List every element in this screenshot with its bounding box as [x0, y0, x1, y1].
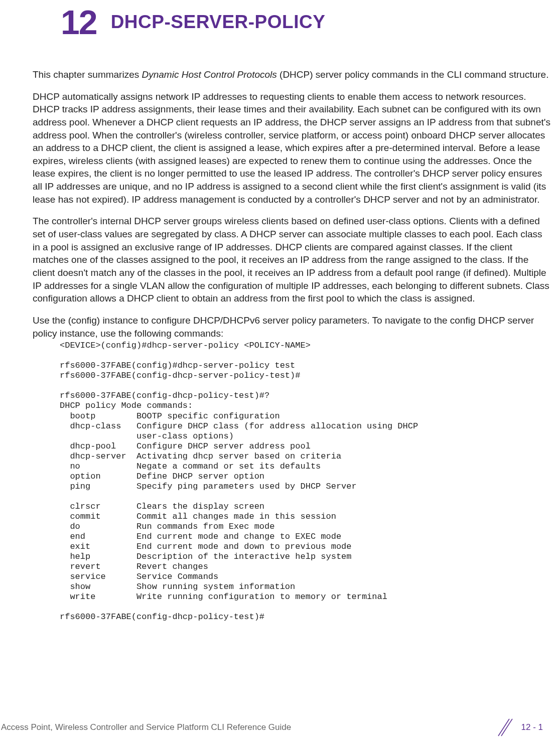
paragraph-2: DHCP automatically assigns network IP ad… — [33, 90, 551, 206]
footer-page-number-group: 12 - 1 — [493, 717, 543, 738]
footer-doc-title: Access Point, Wireless Controller and Se… — [1, 722, 291, 732]
intro-post: (DHCP) server policy commands in the CLI… — [277, 69, 549, 80]
intro-paragraph: This chapter summarizes Dynamic Host Con… — [33, 68, 551, 81]
body-content: This chapter summarizes Dynamic Host Con… — [0, 68, 560, 622]
intro-emphasis: Dynamic Host Control Protocols — [142, 69, 277, 80]
svg-line-1 — [501, 719, 512, 736]
chapter-number: 12 — [61, 5, 97, 39]
slash-icon — [493, 717, 514, 738]
paragraph-3: The controller's internal DHCP server gr… — [33, 215, 551, 305]
page-footer: Access Point, Wireless Controller and Se… — [0, 717, 560, 738]
chapter-header: 12 DHCP-SERVER-POLICY — [0, 5, 560, 39]
paragraph-4: Use the (config) instance to configure D… — [33, 314, 551, 340]
chapter-title: DHCP-SERVER-POLICY — [111, 12, 326, 33]
intro-pre: This chapter summarizes — [33, 69, 142, 80]
cli-output: <DEVICE>(config)#dhcp-server-policy <POL… — [60, 341, 551, 622]
svg-line-0 — [498, 719, 509, 736]
footer-page-number: 12 - 1 — [521, 722, 543, 732]
